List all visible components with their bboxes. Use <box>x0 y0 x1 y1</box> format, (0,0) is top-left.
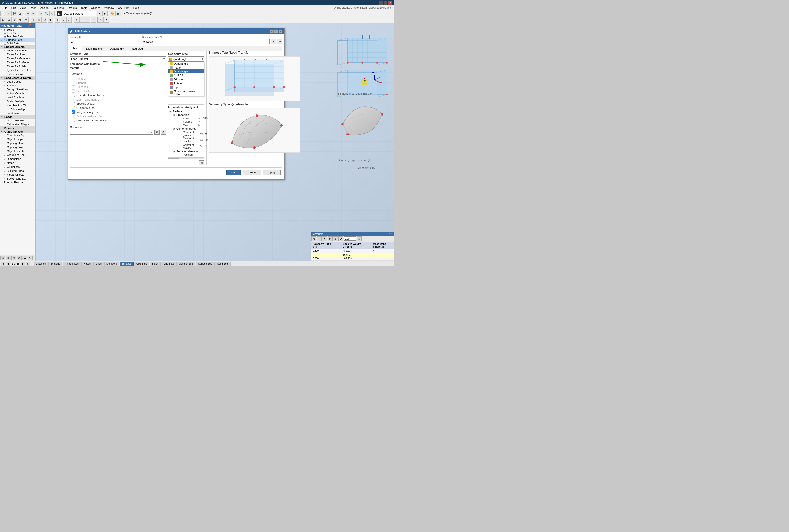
boundary-lines-refresh[interactable]: ↻ <box>277 39 282 44</box>
comment-input[interactable] <box>70 131 150 134</box>
menu-edit[interactable]: Edit <box>10 6 18 10</box>
redo-button[interactable]: ↪ <box>31 11 36 16</box>
menu-tools[interactable]: Tools <box>79 6 89 10</box>
new-button[interactable]: 📄 <box>0 11 6 16</box>
nav-notes[interactable]: ▷ Notes <box>3 161 36 165</box>
menu-cadbim[interactable]: CAD-BIM <box>116 6 131 10</box>
bottom-tab-materials[interactable]: Materials <box>34 262 48 266</box>
nav-item-solids[interactable]: ▷ ■ Solids <box>0 28 36 31</box>
stiffness-type-dropdown[interactable]: Load Transfer ▾ <box>70 56 166 61</box>
data-panel-close[interactable]: ✕ <box>391 232 393 235</box>
cancel-button[interactable]: Cancel <box>243 170 261 175</box>
surface-no-input[interactable] <box>70 39 140 44</box>
comment-dropdown-arrow[interactable]: ▾ <box>150 131 153 134</box>
nav-printout-reports[interactable]: ▷ Printout Reports <box>0 180 36 184</box>
close-button[interactable]: ✕ <box>389 1 392 5</box>
tab-main[interactable]: Main <box>70 45 82 51</box>
navigator-close[interactable]: ✕ <box>32 24 34 27</box>
nav-item-linesets[interactable]: ▷ — Line Sets <box>0 31 36 35</box>
bottom-tab-nodes[interactable]: Nodes <box>81 262 93 266</box>
tb2-btn2[interactable]: ⊟ <box>6 17 12 23</box>
apply-button[interactable]: Apply <box>263 170 281 175</box>
nav-clipping-plane[interactable]: ▷ Clipping Plane... <box>3 141 36 145</box>
tab-integrated[interactable]: Integrated <box>128 46 146 51</box>
menu-options[interactable]: Options <box>89 6 102 10</box>
hinges-checkbox[interactable] <box>72 77 75 80</box>
geom-option-trimmed[interactable]: Trimmed <box>168 77 204 81</box>
load-dist-checkbox[interactable] <box>72 94 75 97</box>
print-button[interactable]: 🖨 <box>18 11 23 16</box>
menu-file[interactable]: File <box>1 6 10 10</box>
integrated-checkbox[interactable] <box>72 110 75 114</box>
lc-prev[interactable]: ◀ <box>97 11 102 16</box>
maximize-button[interactable]: □ <box>383 1 388 5</box>
nav-building-grids[interactable]: ▷ Building Grids <box>3 169 36 173</box>
comment-action-btn[interactable]: ⊞ <box>154 130 160 135</box>
view3d-button[interactable]: ⬡ <box>49 11 55 16</box>
nav-action-combis[interactable]: ▷ Action Combis... <box>3 91 36 95</box>
releases-checkbox[interactable] <box>72 85 75 89</box>
nav-dimensions[interactable]: ▷ Dimensions <box>3 157 36 161</box>
table-view-btn[interactable]: ⊞ <box>199 160 204 165</box>
deactivate-checkbox[interactable] <box>72 119 75 122</box>
tab-quadrangle[interactable]: Quadrangle <box>107 46 127 51</box>
nav-types-surfaces[interactable]: ▷ Types for Surfaces <box>3 60 36 64</box>
nav-search-btn[interactable]: 🔍 <box>0 255 5 261</box>
tb2-btn3[interactable]: ⊕ <box>12 17 17 23</box>
undo-button[interactable]: ↩ <box>25 11 30 16</box>
save-button[interactable]: 💾 <box>12 11 17 16</box>
nav-types-lines[interactable]: ▷ Types for Lines <box>3 53 36 56</box>
ok-button[interactable]: OK <box>226 170 241 175</box>
nav-btn6[interactable]: f() <box>27 255 33 261</box>
navigator-scroll[interactable]: ▷ ■ Solids ▷ — Line Sets ▷ ▣ Member Sets… <box>0 28 36 255</box>
bottom-tab-members[interactable]: Members <box>104 262 119 266</box>
nav-calc-diagra[interactable]: ▷ Calculation Diagra... <box>3 122 36 127</box>
activate-load-checkbox[interactable] <box>72 115 75 118</box>
nav-btn4[interactable]: ⊕ <box>17 255 22 261</box>
lc-dropdown[interactable]: LC1 Self-weight <box>62 11 96 16</box>
tb2-btn14[interactable]: ↔ <box>79 17 85 23</box>
menu-view[interactable]: View <box>18 6 28 10</box>
nav-load-cases[interactable]: ▷ Load Cases <box>3 80 36 83</box>
nav-object-selection[interactable]: ▷ Object Selectio... <box>3 149 36 153</box>
nav-actions[interactable]: ▷ Actions <box>3 83 36 88</box>
lc-next[interactable]: ▶ <box>102 11 108 16</box>
nav-types-special[interactable]: ▷ Types for Special O... <box>3 68 36 72</box>
nav-design-situations[interactable]: ▷ Design Situations <box>3 88 36 91</box>
data-value-input[interactable] <box>344 236 356 241</box>
bottom-tab-membersets[interactable]: Member Sets <box>176 262 195 266</box>
dialog-maximize[interactable]: □ <box>274 30 278 33</box>
data-tb-export[interactable]: ↗ <box>338 236 343 241</box>
tab-load-transfer[interactable]: Load Transfer <box>83 46 106 51</box>
mesh-ref-checkbox[interactable] <box>72 98 75 101</box>
dialog-controls[interactable]: ─ □ ✕ <box>270 30 282 33</box>
window-controls[interactable]: ─ □ ✕ <box>379 1 392 5</box>
navigator-pin[interactable]: 📌 <box>28 24 31 27</box>
boundary-lines-pick[interactable]: ✕ <box>271 39 276 44</box>
tb2-btn11[interactable]: ▽ <box>61 17 66 23</box>
render-button[interactable]: 🎨 <box>110 11 115 16</box>
dialog-close[interactable]: ✕ <box>279 30 282 33</box>
nav-load-wizards[interactable]: ▷ Load Wizards <box>3 111 36 115</box>
bottom-tab-solids[interactable]: Solids <box>150 262 161 266</box>
nav-item-surfacesets[interactable]: ▷ □ Surface Sets <box>0 38 36 42</box>
tb2-btn15[interactable]: ↕ <box>85 17 91 23</box>
data-tb-filter[interactable]: ≡ <box>333 236 338 241</box>
surface-expand[interactable]: ▣ <box>169 110 172 113</box>
select-button[interactable]: ⊹ <box>38 11 43 16</box>
properties-expand[interactable]: ▣ <box>173 114 175 116</box>
tb2-btn1[interactable]: ⊞ <box>0 17 6 23</box>
nav-last[interactable]: ▶| <box>26 262 30 266</box>
eccentricity-checkbox[interactable] <box>72 90 75 93</box>
dialog-minimize[interactable]: ─ <box>270 30 274 33</box>
geom-option-nurbs[interactable]: NURBS <box>168 73 204 77</box>
nav-guidelines[interactable]: ▷ Guidelines <box>3 165 36 169</box>
grid-results-checkbox[interactable] <box>72 106 75 109</box>
bottom-tab-thicknesses[interactable]: Thicknesses <box>63 262 81 266</box>
tb2-btn8[interactable]: ⬡ <box>42 17 47 23</box>
nav-load-combi[interactable]: ▷ Load Combina... <box>3 95 36 99</box>
nav-types-members[interactable]: ▷ Types for Members <box>3 56 36 60</box>
comment-view-btn[interactable]: 👁 <box>161 130 166 135</box>
tb2-btn5[interactable]: ✚ <box>23 17 29 23</box>
zoom-button[interactable]: 🔍 <box>44 11 49 16</box>
